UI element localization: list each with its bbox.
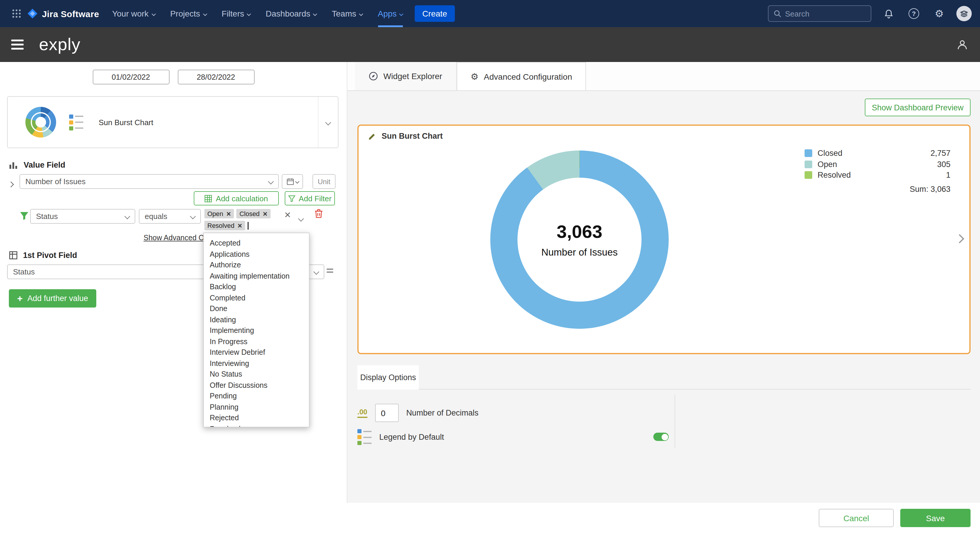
tab-widget-explorer[interactable]: Widget Explorer [355,62,456,90]
pivot-grid-icon [9,251,18,260]
settings-icon[interactable]: ⚙ [931,5,948,22]
chip-remove-icon[interactable]: ✕ [226,211,231,217]
status-option[interactable]: Awaiting implementation [204,271,309,282]
drag-handle-icon[interactable] [327,268,333,273]
status-option[interactable]: Ideating [204,314,309,325]
status-option[interactable]: Interview Debrief [204,347,309,358]
widget-preview-header: Sun Burst Chart [368,132,443,141]
status-option[interactable]: Rejected [204,412,309,424]
status-option[interactable]: In Progress [204,336,309,347]
filter-chip-label: Resolved [207,222,234,229]
jira-logo[interactable]: Jira Software [27,8,99,19]
nav-item-apps[interactable]: Apps [378,0,403,27]
tab-display-options[interactable]: Display Options [357,365,419,390]
nav-item-teams[interactable]: Teams [332,0,363,27]
show-dashboard-preview-button[interactable]: Show Dashboard Preview [865,98,970,116]
legend-value: 305 [937,160,950,169]
nav-item-label: Your work [112,9,149,18]
chip-remove-icon[interactable]: ✕ [237,222,242,229]
cancel-button[interactable]: Cancel [819,509,894,527]
legend-icon [357,429,372,445]
app-switcher-icon[interactable] [8,5,25,22]
chart-legend: Closed2,757Open305Resolved1 Sum: 3,063 [805,148,950,193]
legend-label: Resolved [818,171,946,180]
add-calculation-button[interactable]: Add calculation [194,191,279,205]
status-option[interactable]: Authorize [204,260,309,271]
search-input[interactable] [785,9,862,18]
legend-row: Open305 [805,159,950,170]
status-option[interactable]: Implementing [204,325,309,336]
filter-chip-label: Open [207,210,223,217]
status-option[interactable]: Completed [204,292,309,303]
legend-toggle[interactable] [653,433,669,441]
filter-field-select[interactable]: Status [30,209,135,224]
legend-value: 2,757 [931,149,950,158]
menu-icon[interactable] [11,40,24,49]
status-option[interactable]: No Status [204,369,309,380]
add-further-value-button[interactable]: + Add further value [9,289,96,308]
status-option[interactable]: Pending [204,391,309,402]
date-to-input[interactable]: 28/02/2022 [178,70,254,84]
decimals-icon: .00 [357,408,367,418]
delete-filter-icon[interactable] [314,208,323,221]
create-button[interactable]: Create [415,5,455,22]
date-from-input[interactable]: 01/02/2022 [92,70,169,84]
add-filter-button[interactable]: Add Filter [285,191,335,205]
status-option[interactable]: Applications [204,249,309,260]
nav-item-your-work[interactable]: Your work [112,0,155,27]
chip-remove-icon[interactable]: ✕ [262,211,267,217]
status-option[interactable]: Planning [204,402,309,412]
configuration-panel: 01/02/2022 28/02/2022 Sun Burst Chart Va… [0,62,347,503]
clear-values-icon[interactable]: ✕ [284,210,291,220]
tabs-strip: Widget Explorer ⚙ Advanced Configuration [347,62,980,91]
value-field-select[interactable]: Number of Issues [19,174,279,189]
save-button[interactable]: Save [900,509,970,527]
status-option[interactable]: Interviewing [204,358,309,369]
user-icon[interactable] [956,38,969,51]
nav-item-projects[interactable]: Projects [170,0,206,27]
nav-item-label: Dashboards [266,9,310,18]
legend-label: Open [818,160,937,169]
status-option[interactable]: Accepted [204,238,309,249]
filter-chip[interactable]: Open✕ [204,209,234,218]
chart-total-value: 3,063 [557,221,602,243]
nav-item-filters[interactable]: Filters [221,0,250,27]
notifications-icon[interactable] [880,5,897,22]
unit-button[interactable]: Unit [312,174,336,189]
filter-icon [19,211,29,222]
chevron-down-icon [399,12,404,16]
expand-section-chevron[interactable] [9,178,13,189]
value-field-section-title: Value Field [9,160,65,170]
status-options-dropdown: AcceptedApplicationsAuthorizeAwaiting im… [203,233,310,427]
table-icon [205,195,212,202]
pivot-field-section-title: 1st Pivot Field [9,251,77,260]
legend-label: Closed [818,149,931,158]
user-avatar[interactable] [956,6,972,21]
status-option[interactable]: Resolved [204,424,309,427]
date-field-select[interactable] [282,174,303,189]
nav-item-dashboards[interactable]: Dashboards [266,0,317,27]
filter-value-chips[interactable]: Open✕Closed✕Resolved✕ [204,209,283,230]
filter-operator-select[interactable]: equals [139,209,201,224]
jira-nav: Your workProjectsFiltersDashboardsTeamsA… [112,0,403,27]
plus-icon: + [17,293,23,303]
nav-item-label: Teams [332,9,356,18]
status-option[interactable]: Done [204,303,309,314]
help-icon[interactable]: ? [905,5,922,22]
widget-type-dropdown-chevron[interactable] [318,97,338,148]
filter-values-dropdown-chevron[interactable] [299,213,303,223]
filter-chip[interactable]: Closed✕ [237,209,270,218]
number-of-decimals-input[interactable] [375,404,398,422]
status-option[interactable]: Offer Discussions [204,380,309,391]
tab-advanced-configuration[interactable]: ⚙ Advanced Configuration [456,62,586,90]
display-options-divider [357,389,970,390]
status-option[interactable]: Backlog [204,282,309,292]
exply-top-bar: exply [0,27,980,62]
search-box[interactable] [768,5,871,22]
chart-total-label: Number of Issues [541,247,618,258]
next-widget-chevron[interactable] [955,234,964,243]
decimals-row: .00 Number of Decimals [357,404,479,422]
widget-type-selector[interactable]: Sun Burst Chart [7,96,339,148]
chevron-down-icon [124,213,130,219]
filter-chip[interactable]: Resolved✕ [204,221,245,230]
